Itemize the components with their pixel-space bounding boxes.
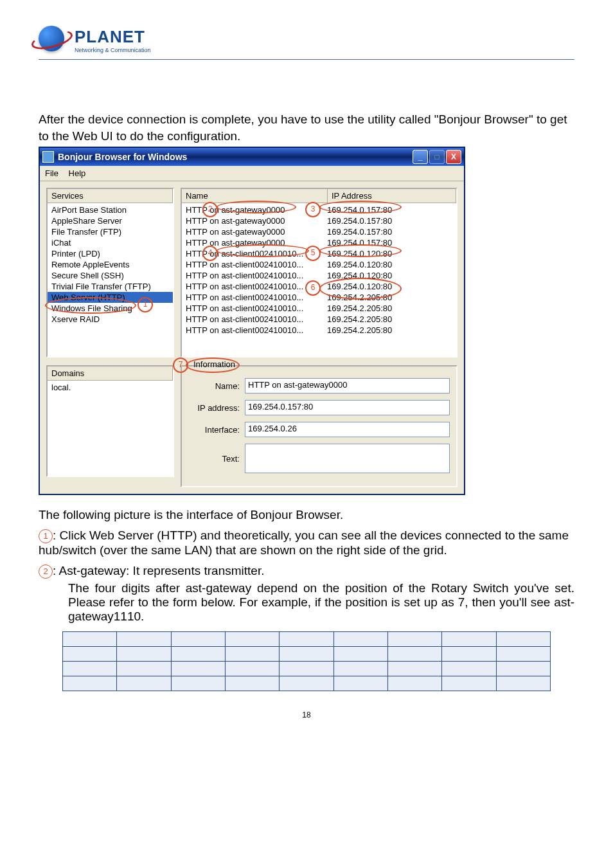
info-ip-label: IP address:: [188, 403, 240, 413]
service-item[interactable]: Windows File Sharing: [48, 303, 173, 314]
bonjour-window: Bonjour Browser for Windows _ □ X File H…: [39, 147, 465, 495]
annotation-circle-7: 7: [173, 357, 188, 373]
info-text-label: Text:: [188, 454, 240, 464]
main-row[interactable]: HTTP on ast-client002410010...169.254.0.…: [182, 259, 456, 270]
service-item[interactable]: Xserve RAID: [48, 314, 173, 325]
bullet-2a-text: : Ast-gateway: It represents transmitter…: [53, 564, 264, 577]
domains-header: Domains: [48, 366, 173, 380]
main-row[interactable]: HTTP on ast-gateway0000169.254.0.157:80: [182, 215, 456, 226]
info-name-value[interactable]: HTTP on ast-gateway0000: [245, 378, 450, 393]
menubar[interactable]: File Help: [40, 166, 464, 181]
service-item[interactable]: Printer (LPD): [48, 248, 173, 259]
bullet-2-icon: 2: [39, 565, 53, 579]
service-item[interactable]: Secure Shell (SSH): [48, 270, 173, 281]
service-item[interactable]: Remote AppleEvents: [48, 259, 173, 270]
bullet-1-text: : Click Web Server (HTTP) and theoretica…: [39, 529, 569, 557]
logo-title: PLANET: [75, 27, 151, 47]
menu-file[interactable]: File: [45, 168, 58, 178]
main-row[interactable]: HTTP on ast-client002410010...169.254.2.…: [182, 325, 456, 336]
service-item[interactable]: AppleShare Server: [48, 215, 173, 226]
service-item[interactable]: iChat: [48, 237, 173, 248]
services-pane[interactable]: Services AirPort Base Station AppleShare…: [46, 188, 174, 357]
intro-text: After the device connection is complete,…: [39, 111, 574, 144]
main-row[interactable]: HTTP on ast-client002410010...169.254.2.…: [182, 314, 456, 325]
services-header: Services: [48, 189, 173, 203]
maximize-button[interactable]: □: [429, 150, 445, 164]
info-text-value[interactable]: [245, 444, 450, 473]
domains-pane[interactable]: Domains local.: [46, 365, 174, 477]
position-table: [62, 631, 551, 691]
main-row[interactable]: HTTP on ast-gateway0000169.254.0.157:80: [182, 226, 456, 237]
bullet-1-icon: 1: [39, 529, 53, 543]
logo: PLANET Networking & Communication: [39, 26, 574, 54]
minimize-button[interactable]: _: [413, 150, 428, 164]
col-name: Name: [182, 189, 328, 203]
domain-item[interactable]: local.: [48, 382, 173, 393]
info-iface-value[interactable]: 169.254.0.26: [245, 422, 450, 437]
main-row[interactable]: HTTP on ast-client002410010...169.254.2.…: [182, 292, 456, 303]
info-title: Information: [193, 359, 235, 369]
after-text: The following picture is the interface o…: [39, 508, 574, 522]
service-item-selected[interactable]: Web Server (HTTP): [48, 292, 173, 303]
page-number: 18: [39, 710, 574, 719]
info-pane: 7 Information Name: HTTP on ast-gateway0…: [181, 365, 458, 487]
close-button[interactable]: X: [446, 150, 461, 164]
titlebar[interactable]: Bonjour Browser for Windows _ □ X: [40, 148, 464, 166]
service-item[interactable]: AirPort Base Station: [48, 204, 173, 215]
main-row[interactable]: HTTP on ast-gateway0000169.254.0.157:80: [182, 237, 456, 248]
main-row[interactable]: HTTP on ast-client002410010...169.254.2.…: [182, 303, 456, 314]
col-ip: IP Address: [328, 189, 456, 203]
service-item[interactable]: File Transfer (FTP): [48, 226, 173, 237]
service-item[interactable]: Trivial File Transfer (TFTP): [48, 281, 173, 292]
bullet-2b-text: The four digits after ast-gateway depend…: [68, 581, 574, 624]
main-row[interactable]: HTTP on ast-client002410010...169.254.0.…: [182, 270, 456, 281]
menu-help[interactable]: Help: [69, 168, 86, 178]
info-ip-value[interactable]: 169.254.0.157:80: [245, 400, 450, 415]
app-icon: [42, 151, 54, 163]
info-name-label: Name:: [188, 381, 240, 391]
main-pane[interactable]: Name IP Address HTTP on ast-gateway00001…: [181, 188, 458, 357]
logo-sub: Networking & Communication: [75, 47, 151, 53]
info-iface-label: Interface:: [188, 425, 240, 435]
window-title: Bonjour Browser for Windows: [58, 152, 187, 162]
